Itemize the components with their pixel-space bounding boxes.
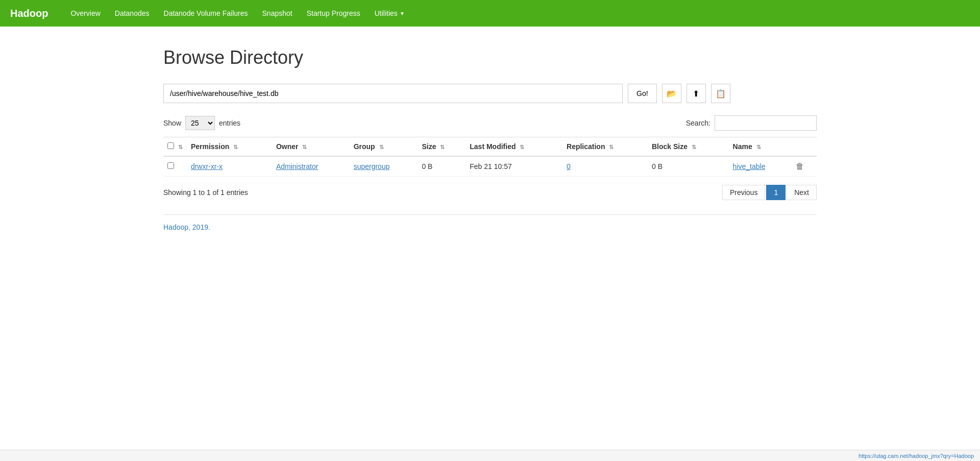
- nav-overview[interactable]: Overview: [63, 1, 107, 26]
- clipboard-button[interactable]: 📋: [711, 84, 730, 103]
- upload-icon: ⬆: [693, 89, 699, 99]
- pagination: Previous 1 Next: [722, 185, 817, 200]
- show-label: Show: [163, 119, 181, 127]
- main-content: Browse Directory Go! 📂 ⬆ 📋 Show 10 25 50…: [133, 27, 847, 252]
- col-header-block-size[interactable]: Block Size ⇅: [648, 137, 729, 157]
- col-header-actions: [792, 137, 817, 157]
- next-button[interactable]: Next: [787, 185, 817, 200]
- brand-logo: Hadoop: [10, 8, 48, 19]
- navbar: Hadoop Overview Datanodes Datanode Volum…: [0, 0, 980, 27]
- sort-icon-group: ⇅: [379, 144, 384, 150]
- table-body: drwxr-xr-x Administrator supergroup 0 B …: [163, 156, 817, 177]
- table-row: drwxr-xr-x Administrator supergroup 0 B …: [163, 156, 817, 177]
- sort-icon-size: ⇅: [440, 144, 445, 150]
- sort-icon-owner: ⇅: [302, 144, 307, 150]
- row-checkbox-cell: [163, 156, 187, 177]
- search-input[interactable]: [715, 115, 817, 131]
- search-label: Search:: [686, 119, 710, 127]
- row-group: supergroup: [350, 156, 418, 177]
- sort-icon-replication: ⇅: [609, 144, 614, 150]
- sort-icon-name: ⇅: [756, 144, 761, 150]
- group-link[interactable]: supergroup: [354, 162, 390, 171]
- col-replication-label: Replication: [567, 142, 605, 151]
- sort-icon-permission: ⇅: [233, 144, 238, 150]
- col-owner-label: Owner: [276, 142, 299, 151]
- table-controls: Show 10 25 50 100 entries Search:: [163, 115, 817, 131]
- folder-open-button[interactable]: 📂: [662, 84, 681, 103]
- search-wrap: Search:: [686, 115, 817, 131]
- delete-icon[interactable]: 🗑: [796, 162, 804, 171]
- entries-select[interactable]: 10 25 50 100: [185, 116, 215, 130]
- nav-datanodes[interactable]: Datanodes: [108, 1, 157, 26]
- show-entries: Show 10 25 50 100 entries: [163, 116, 240, 130]
- replication-link[interactable]: 0: [567, 162, 571, 171]
- permission-link[interactable]: drwxr-xr-x: [191, 162, 223, 171]
- footer-text: Hadoop, 2019.: [163, 223, 817, 231]
- path-input[interactable]: [163, 84, 623, 103]
- table-header: ⇅ Permission ⇅ Owner ⇅ Group ⇅ Size ⇅: [163, 137, 817, 157]
- col-size-label: Size: [422, 142, 436, 151]
- divider: [163, 214, 817, 215]
- row-delete-cell: 🗑: [792, 156, 817, 177]
- row-checkbox[interactable]: [167, 162, 174, 169]
- col-header-name[interactable]: Name ⇅: [729, 137, 792, 157]
- path-bar: Go! 📂 ⬆ 📋: [163, 84, 817, 103]
- page-1-button[interactable]: 1: [766, 185, 786, 200]
- name-link[interactable]: hive_table: [733, 162, 766, 171]
- col-block-size-label: Block Size: [652, 142, 688, 151]
- pagination-wrap: Showing 1 to 1 of 1 entries Previous 1 N…: [163, 185, 817, 200]
- showing-text: Showing 1 to 1 of 1 entries: [163, 188, 248, 197]
- row-size: 0 B: [418, 156, 465, 177]
- directory-table: ⇅ Permission ⇅ Owner ⇅ Group ⇅ Size ⇅: [163, 137, 817, 177]
- sort-icon-select: ⇅: [178, 144, 183, 150]
- nav-startup-progress[interactable]: Startup Progress: [300, 1, 368, 26]
- owner-link[interactable]: Administrator: [276, 162, 318, 171]
- clipboard-icon: 📋: [716, 89, 726, 99]
- select-all-header: ⇅: [163, 137, 187, 157]
- previous-button[interactable]: Previous: [722, 185, 765, 200]
- col-permission-label: Permission: [191, 142, 229, 151]
- nav-utilities[interactable]: Utilities: [368, 1, 408, 26]
- col-name-label: Name: [733, 142, 752, 151]
- col-header-permission[interactable]: Permission ⇅: [187, 137, 272, 157]
- row-block-size: 0 B: [648, 156, 729, 177]
- nav-datanode-volume-failures[interactable]: Datanode Volume Failures: [157, 1, 255, 26]
- col-header-size[interactable]: Size ⇅: [418, 137, 465, 157]
- col-header-owner[interactable]: Owner ⇅: [272, 137, 350, 157]
- entries-label: entries: [219, 119, 240, 127]
- select-all-checkbox[interactable]: [167, 142, 174, 149]
- nav-utilities-wrap: Utilities ▼: [368, 1, 408, 26]
- row-owner: Administrator: [272, 156, 350, 177]
- row-last-modified: Feb 21 10:57: [465, 156, 562, 177]
- go-button[interactable]: Go!: [628, 84, 657, 103]
- row-replication: 0: [562, 156, 648, 177]
- col-header-replication[interactable]: Replication ⇅: [562, 137, 648, 157]
- row-name: hive_table: [729, 156, 792, 177]
- col-group-label: Group: [354, 142, 375, 151]
- sort-icon-last-modified: ⇅: [520, 144, 524, 150]
- folder-open-icon: 📂: [667, 89, 677, 99]
- nav-snapshot[interactable]: Snapshot: [255, 1, 300, 26]
- page-title: Browse Directory: [163, 47, 817, 68]
- sort-icon-block-size: ⇅: [692, 144, 696, 150]
- col-header-group[interactable]: Group ⇅: [350, 137, 418, 157]
- col-last-modified-label: Last Modified: [470, 142, 516, 151]
- upload-button[interactable]: ⬆: [687, 84, 706, 103]
- col-header-last-modified[interactable]: Last Modified ⇅: [465, 137, 562, 157]
- row-permission: drwxr-xr-x: [187, 156, 272, 177]
